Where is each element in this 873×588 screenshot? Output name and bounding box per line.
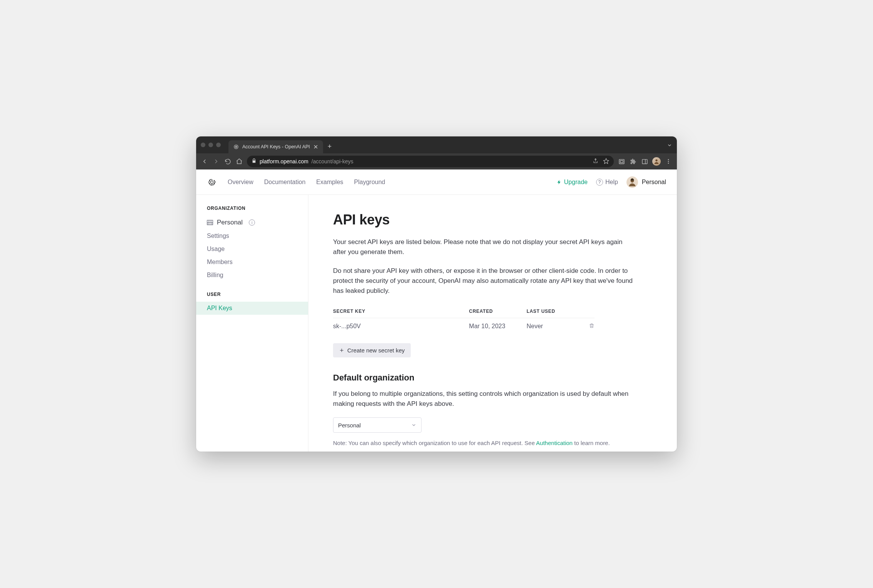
default-org-desc: If you belong to multiple organizations,…: [333, 389, 637, 409]
sidebar-item-billing[interactable]: Billing: [196, 269, 308, 282]
nav-documentation[interactable]: Documentation: [264, 179, 306, 186]
extensions-button[interactable]: [629, 158, 637, 165]
description-1: Your secret API keys are listed below. P…: [333, 237, 637, 257]
org-note: Note: You can also specify which organiz…: [333, 440, 652, 446]
bolt-icon: [556, 179, 562, 185]
panel-toggle-button[interactable]: [641, 158, 648, 165]
page-body: ORGANIZATION Personal i Settings Usage M…: [196, 195, 677, 452]
sidebar-icon: [641, 158, 648, 165]
svg-rect-3: [642, 159, 647, 163]
browser-toolbar: platform.openai.com/account/api-keys: [196, 153, 677, 169]
chevron-down-icon: [411, 422, 417, 428]
minimize-window-button[interactable]: [208, 143, 213, 147]
col-created: CREATED: [469, 305, 527, 318]
org-select-value: Personal: [338, 422, 361, 429]
chevron-down-icon: [667, 143, 672, 148]
reload-icon: [225, 158, 231, 165]
puzzle-icon: [630, 158, 636, 165]
plus-icon: [339, 348, 344, 353]
sidebar: ORGANIZATION Personal i Settings Usage M…: [196, 195, 308, 452]
url-host: platform.openai.com: [260, 158, 308, 164]
sidebar-item-personal[interactable]: Personal i: [196, 216, 308, 229]
org-select[interactable]: Personal: [333, 417, 422, 433]
svg-point-6: [668, 161, 669, 162]
nav-examples[interactable]: Examples: [316, 179, 343, 186]
sidebar-item-usage[interactable]: Usage: [196, 243, 308, 256]
back-button[interactable]: [201, 158, 208, 165]
sidebar-personal-label: Personal: [217, 219, 243, 226]
tab-title: Account API Keys - OpenAI API: [242, 144, 310, 149]
description-2: Do not share your API key with others, o…: [333, 266, 637, 296]
share-button[interactable]: [593, 158, 598, 165]
person-icon: [653, 158, 660, 164]
page-content: Overview Documentation Examples Playgrou…: [196, 169, 677, 452]
page-title: API keys: [333, 212, 652, 228]
svg-point-5: [668, 159, 669, 160]
sidebar-item-settings[interactable]: Settings: [196, 229, 308, 243]
side-panel-button[interactable]: [618, 158, 625, 165]
create-label: Create new secret key: [347, 347, 405, 354]
window-controls: [201, 143, 221, 147]
address-bar[interactable]: platform.openai.com/account/api-keys: [247, 156, 614, 167]
tab-strip: Account API Keys - OpenAI API +: [196, 136, 677, 153]
tabs-menu-button[interactable]: [667, 143, 672, 149]
browser-tab[interactable]: Account API Keys - OpenAI API: [228, 140, 323, 153]
svg-rect-2: [620, 160, 623, 163]
nav-links: Overview Documentation Examples Playgrou…: [228, 179, 385, 186]
bookmark-button[interactable]: [603, 158, 609, 165]
upgrade-label: Upgrade: [564, 179, 588, 186]
maximize-window-button[interactable]: [216, 143, 221, 147]
sidebar-section-user: USER: [196, 292, 308, 302]
svg-point-7: [668, 163, 669, 164]
star-icon: [603, 158, 609, 164]
col-last-used: LAST USED: [526, 305, 583, 318]
col-secret-key: SECRET KEY: [333, 305, 469, 318]
svg-rect-1: [619, 159, 624, 163]
sidebar-item-api-keys[interactable]: API Keys: [196, 302, 308, 315]
forward-button[interactable]: [212, 158, 220, 165]
home-icon: [236, 158, 243, 165]
person-icon: [627, 177, 637, 187]
nav-overview[interactable]: Overview: [228, 179, 253, 186]
table-row: sk-...p50V Mar 10, 2023 Never: [333, 318, 595, 335]
help-label: Help: [605, 179, 618, 186]
svg-point-4: [655, 159, 657, 161]
cell-created: Mar 10, 2023: [469, 318, 527, 335]
openai-favicon-icon: [233, 144, 239, 150]
info-icon[interactable]: i: [249, 219, 255, 226]
avatar: [626, 176, 638, 188]
create-secret-key-button[interactable]: Create new secret key: [333, 343, 411, 357]
top-nav: Overview Documentation Examples Playgrou…: [196, 169, 677, 195]
building-icon: [207, 220, 213, 225]
close-tab-button[interactable]: [313, 144, 318, 149]
delete-key-button[interactable]: [589, 323, 595, 330]
cell-last-used: Never: [526, 318, 583, 335]
browser-window: Account API Keys - OpenAI API + platform…: [196, 136, 677, 452]
auth-link[interactable]: Authentication: [536, 440, 573, 446]
trash-icon: [589, 323, 595, 329]
url-path: /account/api-keys: [312, 158, 353, 164]
nav-playground[interactable]: Playground: [354, 179, 385, 186]
svg-marker-8: [211, 181, 213, 184]
browser-menu-button[interactable]: [665, 158, 672, 165]
user-name: Personal: [642, 179, 666, 186]
lock-icon: [252, 158, 257, 164]
share-icon: [593, 158, 598, 164]
sidebar-item-members[interactable]: Members: [196, 256, 308, 269]
main-content: API keys Your secret API keys are listed…: [308, 195, 677, 452]
sidebar-section-org: ORGANIZATION: [196, 206, 308, 216]
openai-logo-icon[interactable]: [207, 177, 217, 187]
upgrade-link[interactable]: Upgrade: [556, 179, 588, 186]
close-window-button[interactable]: [201, 143, 205, 147]
arrow-left-icon: [201, 158, 208, 165]
cell-secret-key: sk-...p50V: [333, 318, 469, 335]
new-tab-button[interactable]: +: [328, 143, 332, 150]
reload-button[interactable]: [224, 158, 232, 165]
help-link[interactable]: ? Help: [596, 179, 618, 186]
home-button[interactable]: [235, 158, 243, 165]
close-icon: [314, 145, 318, 149]
help-icon: ?: [596, 179, 603, 186]
profile-button[interactable]: [652, 157, 661, 166]
kebab-icon: [665, 158, 671, 164]
user-menu[interactable]: Personal: [626, 176, 666, 188]
